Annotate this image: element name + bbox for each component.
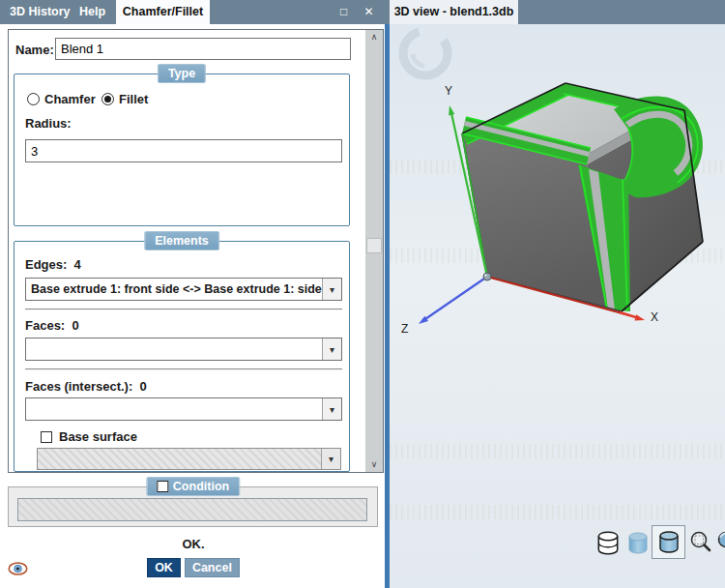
shaded-display-mode-button[interactable]	[625, 531, 651, 556]
x-axis-arrow-icon	[635, 314, 646, 320]
elements-group-title: Elements	[155, 234, 209, 248]
radio-fillet[interactable]	[102, 93, 114, 105]
edges-dropdown-value: Base extrude 1: front side <-> Base extr…	[26, 279, 322, 300]
cube-model[interactable]	[462, 83, 703, 311]
edges-label: Edges: 4	[25, 257, 81, 272]
condition-group-badge: Condition	[146, 477, 240, 496]
ok-button[interactable]: OK	[147, 558, 181, 577]
condition-group-title: Condition	[173, 480, 229, 493]
faces-count: 0	[72, 318, 78, 333]
base-surface-label[interactable]: Base surface	[59, 429, 137, 444]
scrollbar-thumb[interactable]	[366, 238, 382, 253]
visibility-eye-icon[interactable]	[8, 561, 28, 576]
condition-checkbox[interactable]	[157, 481, 168, 492]
scroll-up-arrow-icon[interactable]: ∧	[365, 30, 383, 44]
chevron-down-icon[interactable]: ▾	[322, 398, 341, 420]
z-axis	[422, 277, 487, 321]
type-group-badge: Type	[158, 64, 206, 83]
origin-marker-highlight	[484, 274, 487, 277]
chevron-down-icon[interactable]: ▾	[322, 279, 341, 300]
edges-dropdown[interactable]: Base extrude 1: front side <-> Base extr…	[25, 278, 342, 301]
z-axis-label: Z	[401, 322, 408, 336]
condition-input	[17, 498, 367, 521]
application-window: 3D History Help Chamfer/Fillet □ ✕ Name:…	[0, 0, 725, 588]
name-input[interactable]	[55, 38, 351, 60]
base-surface-dropdown-value	[38, 449, 321, 469]
origin-marker	[483, 273, 491, 280]
3d-viewport[interactable]: X Y Z	[390, 24, 725, 588]
faces-intersect-label: Faces (intersect.): 0	[25, 379, 147, 394]
faces-dropdown-value	[26, 338, 322, 360]
status-text: OK.	[0, 537, 387, 551]
left-menu-bar: 3D History Help Chamfer/Fillet □ ✕	[0, 0, 390, 24]
x-axis-label: X	[651, 310, 658, 324]
wireframe-display-mode-button[interactable]	[594, 530, 622, 557]
orbit-widget[interactable]	[394, 24, 456, 84]
tab-3d-view[interactable]: 3D view - blend1.3db	[390, 0, 518, 24]
radio-chamfer[interactable]	[27, 93, 40, 105]
tab-chamfer-fillet[interactable]: Chamfer/Fillet	[116, 0, 210, 24]
faces-intersect-dropdown-value	[26, 398, 322, 420]
name-label: Name:	[15, 43, 54, 57]
edges-count: 4	[74, 257, 81, 272]
chevron-down-icon[interactable]: ▾	[322, 338, 341, 360]
menu-help[interactable]: Help	[73, 0, 111, 24]
3d-scene[interactable]: X Y Z	[390, 24, 725, 588]
y-axis-arrow-icon	[449, 105, 454, 116]
base-surface-dropdown: ▾	[37, 448, 341, 470]
close-button[interactable]: ✕	[357, 0, 381, 24]
faces-intersect-count: 0	[140, 379, 147, 394]
faces-dropdown[interactable]: ▾	[25, 338, 342, 361]
type-group-title: Type	[168, 67, 195, 80]
separator	[25, 368, 342, 370]
y-axis-label: Y	[445, 84, 452, 98]
menu-3d-history[interactable]: 3D History	[4, 0, 76, 24]
radius-label: Radius:	[25, 116, 72, 131]
scroll-down-arrow-icon[interactable]: ∨	[365, 457, 383, 472]
base-surface-checkbox[interactable]	[41, 431, 52, 443]
chevron-down-icon: ▾	[321, 449, 340, 469]
cancel-button[interactable]: Cancel	[185, 558, 240, 577]
zoom-window-button[interactable]	[688, 530, 713, 555]
vertical-scrollbar[interactable]: ∧ ∨	[365, 30, 383, 472]
faces-label: Faces: 0	[25, 318, 79, 333]
maximize-button[interactable]: □	[332, 0, 356, 24]
right-tab-bar: 3D view - blend1.3db	[390, 0, 725, 24]
radio-fillet-label[interactable]: Fillet	[119, 92, 148, 106]
radius-input[interactable]	[25, 139, 342, 162]
radio-chamfer-label[interactable]: Chamfer	[44, 92, 96, 106]
separator	[25, 309, 342, 310]
zoom-extra-button[interactable]	[715, 530, 725, 555]
shaded-with-edges-display-mode-button[interactable]	[656, 530, 682, 555]
faces-intersect-dropdown[interactable]: ▾	[25, 397, 342, 421]
elements-group-badge: Elements	[144, 231, 219, 250]
